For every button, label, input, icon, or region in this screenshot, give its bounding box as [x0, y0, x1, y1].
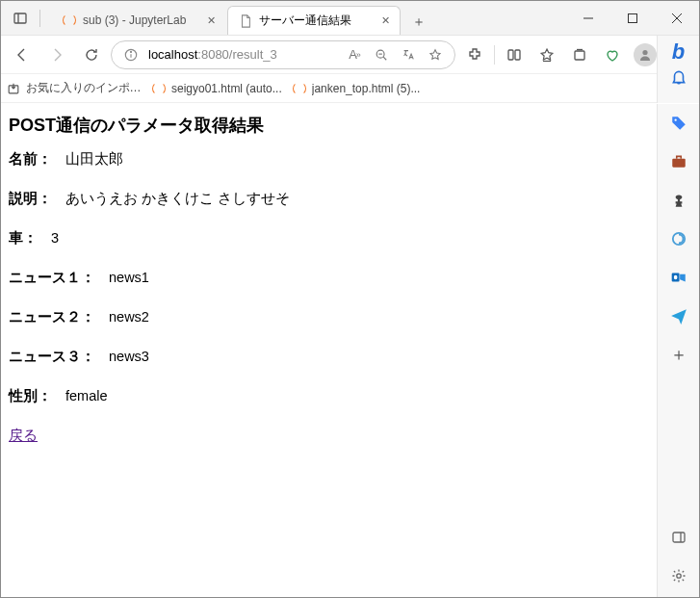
avatar-icon — [634, 43, 657, 66]
close-icon[interactable]: ✕ — [205, 14, 218, 27]
back-button[interactable] — [7, 39, 38, 70]
zoom-icon[interactable] — [372, 48, 391, 62]
shopping-button[interactable] — [597, 39, 628, 70]
field-label: 車： — [9, 230, 38, 246]
field-label: ニュース２： — [9, 309, 95, 325]
outlook-icon[interactable] — [663, 262, 694, 293]
field-value: 3 — [51, 230, 59, 246]
sidebar-top: b — [657, 36, 699, 103]
bookmark-label: お気に入りのインポート — [26, 80, 142, 96]
result-row: 説明：あいうえお かきくけこ さしすせそ — [9, 190, 649, 208]
extensions-button[interactable] — [459, 39, 490, 70]
import-favorites-button[interactable]: お気に入りのインポート — [7, 80, 142, 96]
svg-point-29 — [676, 574, 680, 578]
svg-point-17 — [642, 49, 647, 54]
svg-point-8 — [130, 51, 131, 52]
field-value: news1 — [109, 270, 149, 285]
jupyter-icon — [151, 81, 167, 96]
hide-sidebar-button[interactable] — [663, 522, 694, 553]
tab-jupyterlab[interactable]: sub (3) - JupyterLab ✕ — [52, 6, 225, 35]
result-row: ニュース３：news3 — [9, 348, 649, 366]
window-close-button[interactable] — [655, 3, 699, 34]
import-icon — [7, 81, 21, 96]
settings-icon[interactable] — [663, 560, 694, 591]
bing-icon[interactable]: b — [672, 39, 685, 65]
result-row: ニュース１：news1 — [9, 269, 649, 287]
svg-rect-13 — [515, 50, 520, 60]
page-heading: POST通信のパラメータ取得結果 — [9, 114, 649, 137]
bookmark-janken-top[interactable]: janken_top.html (5)... — [292, 81, 421, 96]
field-value: news3 — [109, 349, 149, 364]
result-row: 名前：山田太郎 — [9, 150, 649, 169]
tab-title: sub (3) - JupyterLab — [83, 13, 205, 27]
browser-toolbar: localhost:8080/result_3 A» — [1, 36, 699, 74]
briefcase-icon[interactable] — [663, 146, 694, 177]
send-icon[interactable] — [663, 300, 694, 331]
bookmark-label: janken_top.html (5)... — [312, 82, 421, 95]
tab-strip: sub (3) - JupyterLab ✕ サーバー通信結果 ✕ ＋ — [52, 1, 431, 35]
forward-button[interactable] — [41, 39, 72, 70]
result-row: 性別：female — [9, 387, 649, 405]
reader-mode-icon[interactable]: A» — [345, 47, 364, 62]
address-bar[interactable]: localhost:8080/result_3 A» — [111, 40, 455, 69]
tag-icon[interactable] — [663, 108, 694, 139]
window-minimize-button[interactable] — [566, 3, 610, 34]
jupyter-icon — [62, 13, 77, 28]
tools-icon[interactable] — [663, 223, 694, 254]
field-label: ニュース１： — [9, 270, 95, 285]
svg-line-10 — [383, 57, 386, 60]
field-value: news2 — [109, 309, 149, 325]
bookmark-seigyo01[interactable]: seigyo01.html (auto... — [151, 81, 282, 96]
result-row: 車：3 — [9, 229, 649, 247]
refresh-button[interactable] — [76, 39, 107, 70]
close-icon[interactable]: ✕ — [379, 14, 392, 27]
svg-rect-3 — [629, 13, 637, 22]
field-value: 山田太郎 — [65, 151, 123, 167]
edge-sidebar: ＋ — [657, 104, 699, 597]
bookmarks-bar: お気に入りのインポート seigyo01.html (auto... janke… — [1, 74, 699, 103]
bell-icon[interactable] — [670, 68, 687, 89]
tab-actions-button[interactable] — [9, 3, 32, 34]
translate-icon[interactable] — [399, 48, 418, 62]
favorite-star-icon[interactable] — [426, 48, 445, 62]
field-value: female — [65, 388, 108, 403]
field-label: 名前： — [9, 151, 52, 167]
split-screen-button[interactable] — [499, 39, 530, 70]
page-icon — [238, 13, 253, 29]
window-titlebar: sub (3) - JupyterLab ✕ サーバー通信結果 ✕ ＋ — [1, 1, 699, 36]
field-value: あいうえお かきくけこ さしすせそ — [65, 191, 290, 206]
collections-button[interactable] — [564, 39, 595, 70]
svg-rect-15 — [575, 51, 584, 60]
bookmark-label: seigyo01.html (auto... — [171, 82, 282, 95]
result-row: ニュース２：news2 — [9, 308, 649, 326]
field-label: 性別： — [9, 388, 52, 403]
tab-title: サーバー通信結果 — [259, 13, 379, 29]
svg-rect-27 — [673, 533, 685, 542]
back-link[interactable]: 戻る — [9, 427, 38, 443]
field-label: ニュース３： — [9, 349, 95, 364]
favorites-button[interactable] — [531, 39, 562, 70]
window-maximize-button[interactable] — [610, 3, 655, 34]
tab-result-page[interactable]: サーバー通信結果 ✕ — [227, 6, 401, 35]
svg-rect-23 — [672, 159, 686, 168]
jupyter-icon — [292, 81, 307, 96]
svg-point-22 — [674, 119, 676, 121]
field-label: 説明： — [9, 191, 52, 206]
svg-rect-0 — [14, 13, 26, 23]
site-info-icon[interactable] — [121, 48, 141, 62]
add-app-button[interactable]: ＋ — [663, 339, 694, 370]
svg-rect-12 — [508, 50, 513, 60]
page-body: POST通信のパラメータ取得結果 名前：山田太郎 説明：あいうえお かきくけこ … — [1, 104, 657, 597]
new-tab-button[interactable]: ＋ — [406, 10, 431, 35]
svg-point-26 — [673, 275, 677, 280]
url-text: localhost:8080/result_3 — [148, 47, 337, 62]
games-icon[interactable] — [663, 185, 694, 216]
